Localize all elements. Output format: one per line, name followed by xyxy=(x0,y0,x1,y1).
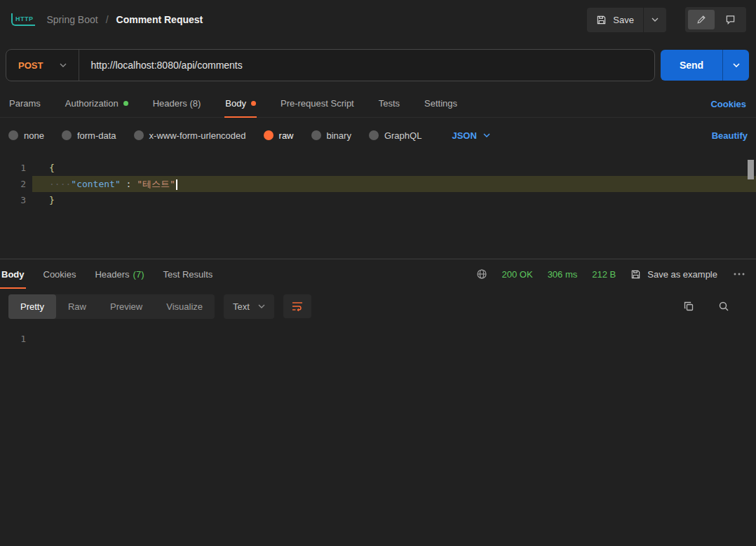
wrap-lines-button[interactable] xyxy=(283,294,311,318)
tab-pre-request-script-label: Pre-request Script xyxy=(281,98,354,109)
comments-button[interactable] xyxy=(717,10,743,29)
code-line-content: ····"content" : "테스트" xyxy=(32,176,756,192)
network-globe-icon[interactable] xyxy=(476,268,487,280)
request-body-editor[interactable]: 1 { 2 ····"content" : "테스트" 3 } xyxy=(0,153,756,259)
method-selector[interactable]: POST xyxy=(6,50,79,81)
http-request-icon: HTTP xyxy=(11,13,35,26)
beautify-link[interactable]: Beautify xyxy=(712,130,748,141)
response-size-badge[interactable]: 212 B xyxy=(592,269,616,280)
response-view-row: Pretty Raw Preview Visualize Text xyxy=(0,289,756,324)
save-as-example-button[interactable]: Save as example xyxy=(630,269,717,280)
code-line-active: 2 ····"content" : "테스트" xyxy=(0,176,756,192)
response-format-label: Text xyxy=(233,301,250,312)
body-type-binary-label: binary xyxy=(327,130,351,141)
save-icon xyxy=(630,269,641,280)
chevron-down-icon xyxy=(60,63,67,67)
edit-request-button[interactable] xyxy=(688,10,715,29)
breadcrumb-separator: / xyxy=(106,14,109,25)
tab-settings[interactable]: Settings xyxy=(424,98,458,117)
chevron-down-icon xyxy=(733,63,740,67)
editor-scrollbar[interactable] xyxy=(748,160,754,179)
send-options-button[interactable] xyxy=(722,50,749,81)
save-as-example-label: Save as example xyxy=(647,269,717,280)
code-line: 1 xyxy=(0,331,756,347)
save-icon xyxy=(596,15,607,25)
code-line-content: { xyxy=(32,160,756,176)
json-string-value: "테스트" xyxy=(137,179,175,189)
view-tab-preview[interactable]: Preview xyxy=(98,294,154,319)
radio-button xyxy=(311,130,321,140)
top-bar-actions: Save xyxy=(587,7,746,32)
breadcrumb-collection[interactable]: Spring Boot xyxy=(47,14,98,25)
cookies-link[interactable]: Cookies xyxy=(710,99,746,117)
request-tabs-bar: Params Authorization Headers (8) Body Pr… xyxy=(0,93,756,118)
search-response-button[interactable] xyxy=(717,299,731,313)
line-number: 2 xyxy=(0,176,32,192)
view-tab-pretty[interactable]: Pretty xyxy=(8,294,56,319)
status-badge[interactable]: 200 OK xyxy=(502,269,533,280)
send-button[interactable]: Send xyxy=(661,50,722,81)
tab-headers-label: Headers (8) xyxy=(153,98,201,109)
response-tab-headers-label: Headers xyxy=(95,269,129,280)
body-type-graphql-label: GraphQL xyxy=(384,130,421,141)
tab-settings-label: Settings xyxy=(424,98,457,109)
response-tab-headers[interactable]: Headers (7) xyxy=(93,259,145,289)
radio-button xyxy=(134,130,144,140)
tab-body-label: Body xyxy=(225,98,246,109)
body-type-graphql[interactable]: GraphQL xyxy=(369,130,421,141)
language-selector[interactable]: JSON xyxy=(452,130,490,141)
response-tab-cookies[interactable]: Cookies xyxy=(42,259,78,289)
body-type-binary[interactable]: binary xyxy=(311,130,351,141)
response-tab-test-results[interactable]: Test Results xyxy=(162,259,215,289)
radio-button xyxy=(8,130,18,140)
body-type-x-www-form-urlencoded[interactable]: x-www-form-urlencoded xyxy=(134,130,246,141)
json-key: "content" xyxy=(71,179,120,189)
body-type-none-label: none xyxy=(24,130,44,141)
radio-button xyxy=(62,130,72,140)
response-tabs-bar: Body Cookies Headers (7) Test Results 20… xyxy=(0,259,756,289)
tab-headers[interactable]: Headers (8) xyxy=(152,98,202,117)
body-type-form-data[interactable]: form-data xyxy=(62,130,116,141)
url-input[interactable] xyxy=(79,50,654,81)
breadcrumb-request-name[interactable]: Comment Request xyxy=(116,14,203,25)
body-type-none[interactable]: none xyxy=(8,130,44,141)
tab-tests[interactable]: Tests xyxy=(378,98,400,117)
response-headers-count: (7) xyxy=(133,269,144,280)
body-type-raw[interactable]: raw xyxy=(264,130,294,141)
save-button-group: Save xyxy=(587,8,666,32)
tab-pre-request-script[interactable]: Pre-request Script xyxy=(280,98,355,117)
response-body-viewer[interactable]: 1 xyxy=(0,324,756,347)
line-number: 1 xyxy=(0,160,32,176)
radio-button-selected xyxy=(264,130,274,140)
save-button[interactable]: Save xyxy=(587,8,643,32)
json-colon: : xyxy=(121,179,137,189)
view-tab-visualize[interactable]: Visualize xyxy=(154,294,215,319)
tab-authorization[interactable]: Authorization xyxy=(65,98,129,117)
body-status-dot xyxy=(251,101,256,106)
request-url-row: POST Send xyxy=(0,39,756,93)
response-tab-test-results-label: Test Results xyxy=(163,269,213,280)
response-format-selector[interactable]: Text xyxy=(224,294,274,319)
line-number: 3 xyxy=(0,192,32,208)
response-meta: 200 OK 306 ms 212 B Save as example xyxy=(476,268,746,280)
copy-icon xyxy=(683,301,694,312)
tab-body[interactable]: Body xyxy=(224,98,257,117)
comment-icon xyxy=(725,15,736,25)
body-type-raw-label: raw xyxy=(279,130,294,141)
text-cursor xyxy=(176,179,177,190)
code-line-content: } xyxy=(32,192,756,208)
more-actions-button[interactable] xyxy=(732,270,746,278)
line-number: 1 xyxy=(0,331,32,347)
tab-params-label: Params xyxy=(9,98,41,109)
body-type-form-data-label: form-data xyxy=(77,130,116,141)
save-options-button[interactable] xyxy=(644,8,666,32)
view-tab-raw[interactable]: Raw xyxy=(56,294,98,319)
response-tab-body[interactable]: Body xyxy=(0,259,26,289)
tab-params[interactable]: Params xyxy=(8,98,41,117)
url-box: POST xyxy=(6,49,655,81)
copy-response-button[interactable] xyxy=(682,299,696,313)
chevron-down-icon xyxy=(483,133,490,137)
code-line-content xyxy=(32,331,756,347)
response-time-badge[interactable]: 306 ms xyxy=(548,269,578,280)
tab-authorization-label: Authorization xyxy=(65,98,119,109)
